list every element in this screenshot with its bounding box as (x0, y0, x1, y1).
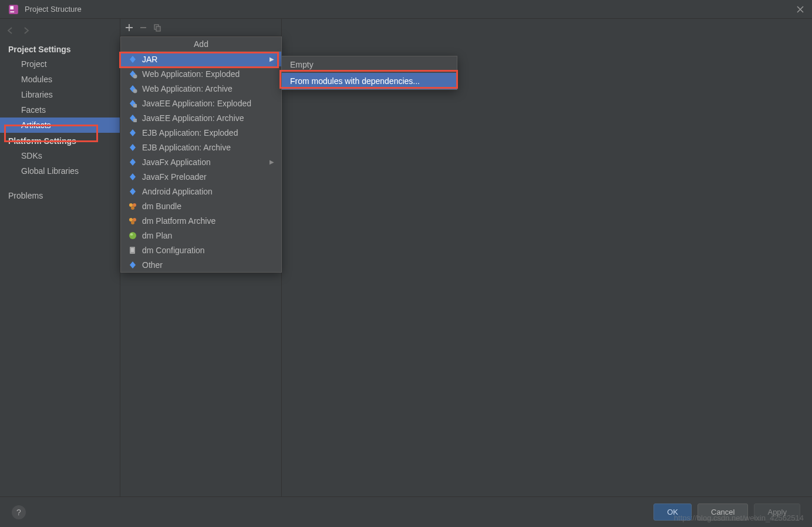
help-button[interactable]: ? (12, 505, 26, 519)
artifact-type-icon (128, 187, 137, 196)
cancel-button[interactable]: Cancel (698, 503, 748, 521)
popup-item-dm-platform-archive[interactable]: dm Platform Archive (121, 213, 281, 228)
popup-item-ejb-application-archive[interactable]: EJB Application: Archive (121, 140, 281, 155)
sidebar: Project Settings Project Modules Librari… (0, 19, 120, 496)
popup-item-javaee-application-exploded[interactable]: JavaEE Application: Exploded (121, 96, 281, 110)
copy-icon[interactable] (153, 24, 161, 32)
sidebar-item-global-libraries[interactable]: Global Libraries (0, 163, 120, 179)
popup-item-label: Web Application: Archive (142, 84, 233, 93)
popup-item-web-application-archive[interactable]: Web Application: Archive (121, 81, 281, 96)
artifact-type-icon (128, 260, 137, 270)
svg-rect-2 (10, 11, 14, 12)
artifact-type-icon (128, 202, 137, 211)
popup-item-label: Android Application (142, 187, 213, 196)
artifact-type-icon (128, 113, 137, 123)
submenu-item-empty[interactable]: Empty (282, 56, 457, 73)
svg-rect-20 (131, 251, 134, 251)
list-toolbar (120, 19, 281, 36)
artifact-type-icon (128, 157, 137, 167)
artifact-type-icon (128, 84, 137, 93)
popup-item-javafx-preloader[interactable]: JavaFx Preloader (121, 169, 281, 184)
popup-item-label: dm Bundle (142, 202, 181, 211)
popup-item-label: JavaEE Application: Archive (142, 113, 244, 123)
svg-point-16 (130, 233, 133, 236)
sidebar-item-artifacts[interactable]: Artifacts (0, 118, 120, 133)
popup-item-label: JAR (142, 55, 157, 64)
sidebar-item-libraries[interactable]: Libraries (0, 87, 120, 102)
app-icon (8, 4, 19, 15)
close-button[interactable] (793, 2, 807, 16)
sidebar-item-project[interactable]: Project (0, 56, 120, 72)
add-popup: Add JAR▶Web Application: ExplodedWeb App… (120, 36, 282, 273)
svg-point-9 (129, 203, 133, 207)
popup-item-dm-configuration[interactable]: dm Configuration (121, 243, 281, 257)
popup-item-label: dm Configuration (142, 246, 205, 255)
popup-item-other[interactable]: Other (121, 257, 281, 272)
popup-item-javaee-application-archive[interactable]: JavaEE Application: Archive (121, 110, 281, 125)
artifact-type-icon (128, 172, 137, 182)
sidebar-item-facets[interactable]: Facets (0, 102, 120, 118)
submenu-arrow-icon: ▶ (269, 56, 274, 62)
popup-item-label: Other (142, 260, 163, 270)
artifact-type-icon (128, 99, 137, 108)
popup-item-dm-bundle[interactable]: dm Bundle (121, 199, 281, 213)
popup-title: Add (121, 37, 281, 52)
svg-rect-4 (156, 26, 160, 31)
svg-point-12 (129, 218, 133, 221)
apply-button[interactable]: Apply (754, 503, 800, 521)
popup-item-javafx-application[interactable]: JavaFx Application▶ (121, 155, 281, 169)
section-platform-settings: Platform Settings (0, 133, 120, 148)
jar-submenu: EmptyFrom modules with dependencies... (281, 56, 457, 90)
svg-point-11 (131, 206, 134, 210)
detail-panel (282, 19, 812, 496)
artifact-type-icon (128, 128, 137, 137)
svg-point-13 (133, 218, 136, 221)
submenu-arrow-icon: ▶ (269, 159, 274, 165)
artifact-type-icon (128, 55, 137, 64)
popup-item-android-application[interactable]: Android Application (121, 184, 281, 199)
popup-item-label: dm Platform Archive (142, 216, 215, 226)
titlebar: Project Structure (0, 0, 812, 19)
add-icon[interactable] (125, 24, 133, 32)
popup-item-label: JavaFx Application (142, 157, 211, 167)
forward-button[interactable] (20, 25, 32, 36)
svg-rect-8 (133, 119, 137, 122)
sidebar-item-modules[interactable]: Modules (0, 72, 120, 87)
popup-item-label: JavaEE Application: Exploded (142, 99, 251, 108)
popup-item-label: EJB Application: Archive (142, 143, 231, 152)
svg-rect-18 (131, 249, 134, 249)
sidebar-item-problems[interactable]: Problems (0, 188, 120, 203)
svg-point-15 (129, 232, 136, 239)
section-project-settings: Project Settings (0, 41, 120, 56)
svg-rect-19 (131, 250, 134, 250)
artifact-type-icon (128, 69, 137, 79)
svg-point-5 (133, 74, 137, 78)
popup-item-label: dm Plan (142, 231, 172, 240)
svg-point-10 (133, 203, 136, 207)
svg-point-14 (131, 221, 134, 224)
popup-item-label: EJB Application: Exploded (142, 128, 238, 137)
back-button[interactable] (5, 25, 16, 36)
sidebar-item-sdks[interactable]: SDKs (0, 148, 120, 163)
popup-item-label: JavaFx Preloader (142, 172, 207, 182)
artifact-type-icon (128, 216, 137, 226)
footer: ? OK Cancel Apply (0, 496, 812, 527)
artifact-type-icon (128, 143, 137, 152)
popup-item-label: Web Application: Exploded (142, 69, 240, 79)
window-title: Project Structure (25, 5, 793, 14)
popup-item-web-application-exploded[interactable]: Web Application: Exploded (121, 66, 281, 81)
svg-rect-1 (10, 6, 14, 9)
artifact-type-icon (128, 246, 137, 255)
submenu-item-from-modules-with-dependencies-[interactable]: From modules with dependencies... (282, 73, 457, 89)
popup-item-ejb-application-exploded[interactable]: EJB Application: Exploded (121, 125, 281, 140)
popup-item-jar[interactable]: JAR▶ (121, 52, 281, 66)
ok-button[interactable]: OK (653, 503, 692, 521)
artifact-type-icon (128, 231, 137, 240)
svg-point-6 (133, 89, 137, 93)
popup-item-dm-plan[interactable]: dm Plan (121, 228, 281, 243)
remove-icon[interactable] (139, 24, 147, 32)
svg-rect-7 (133, 104, 137, 108)
